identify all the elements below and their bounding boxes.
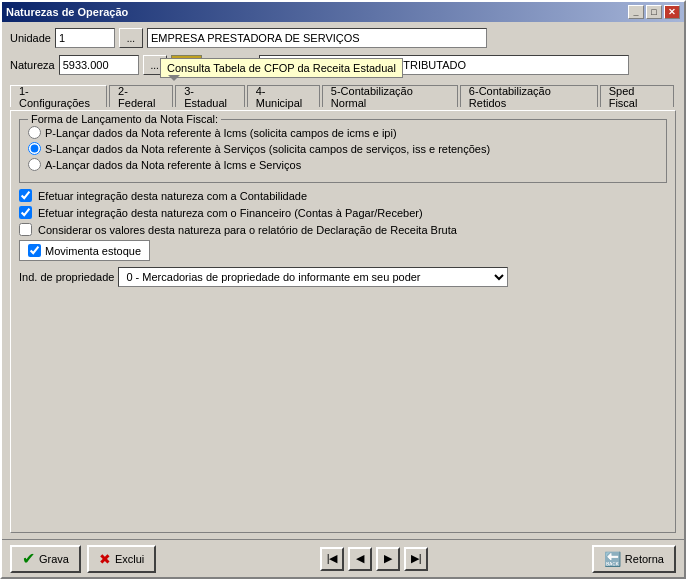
close-btn[interactable]: ✕ [664, 5, 680, 19]
tab-federal[interactable]: 2-Federal [109, 85, 173, 107]
tab-municipal[interactable]: 4-Municipal [247, 85, 320, 107]
checkbox-movimenta-estoque[interactable] [28, 244, 41, 257]
radio-icms-servicos-label: A-Lançar dados da Nota referente à Icms … [45, 159, 301, 171]
nav-last-icon: ▶| [411, 552, 422, 565]
nav-prev-button[interactable]: ◀ [348, 547, 372, 571]
movimenta-estoque-section: Movimenta estoque [19, 240, 667, 261]
tab-content-configuracoes: Forma de Lançamento da Nota Fiscal: P-La… [10, 110, 676, 533]
exclui-button[interactable]: ✖ Exclui [87, 545, 156, 573]
nav-next-icon: ▶ [384, 552, 392, 565]
unidade-browse-btn[interactable]: ... [119, 28, 143, 48]
title-bar: Naturezas de Operação _ □ ✕ [2, 2, 684, 22]
checkbox-financeiro[interactable] [19, 206, 32, 219]
content-area: Consulta Tabela de CFOP da Receita Estad… [2, 22, 684, 539]
bottom-bar: ✔ Grava ✖ Exclui |◀ ◀ ▶ ▶| 🔙 [2, 539, 684, 577]
radio-icms-servicos[interactable] [28, 158, 41, 171]
nav-first-icon: |◀ [327, 552, 338, 565]
radio-servicos[interactable] [28, 142, 41, 155]
tab-contab-normal[interactable]: 5-Contabilização Normal [322, 85, 458, 107]
unidade-row: Unidade ... [10, 28, 676, 48]
unidade-input[interactable] [55, 28, 115, 48]
checkbox-declaracao[interactable] [19, 223, 32, 236]
minimize-btn[interactable]: _ [628, 5, 644, 19]
nav-first-button[interactable]: |◀ [320, 547, 344, 571]
radio-icms[interactable] [28, 126, 41, 139]
bottom-left-buttons: ✔ Grava ✖ Exclui [10, 545, 156, 573]
group-lancamento: Forma de Lançamento da Nota Fiscal: P-La… [19, 119, 667, 183]
retorna-icon: 🔙 [604, 551, 621, 567]
natureza-input[interactable] [59, 55, 139, 75]
grava-button[interactable]: ✔ Grava [10, 545, 81, 573]
nav-next-button[interactable]: ▶ [376, 547, 400, 571]
checkbox-contabilidade[interactable] [19, 189, 32, 202]
window-title: Naturezas de Operação [6, 6, 128, 18]
movimenta-estoque-box: Movimenta estoque [19, 240, 150, 261]
tab-sped-fiscal[interactable]: Sped Fiscal [600, 85, 674, 107]
maximize-btn[interactable]: □ [646, 5, 662, 19]
navigation-buttons: |◀ ◀ ▶ ▶| [320, 547, 428, 571]
nav-last-button[interactable]: ▶| [404, 547, 428, 571]
natureza-label: Natureza [10, 59, 55, 71]
radio-icms-label: P-Lançar dados da Nota referente à Icms … [45, 127, 397, 139]
tooltip: Consulta Tabela de CFOP da Receita Estad… [160, 58, 403, 78]
radio-servicos-label: S-Lançar dados da Nota referente à Servi… [45, 143, 490, 155]
checkbox-movimenta-estoque-label: Movimenta estoque [45, 245, 141, 257]
checkbox-contabilidade-label: Efetuar integração desta natureza com a … [38, 190, 307, 202]
tab-contab-retidos[interactable]: 6-Contabilização Retidos [460, 85, 598, 107]
ind-propriedade-select[interactable]: 0 - Mercadorias de propriedade do inform… [118, 267, 508, 287]
radio-row-0: P-Lançar dados da Nota referente à Icms … [28, 126, 658, 139]
ind-propriedade-label: Ind. de propriedade [19, 271, 114, 283]
radio-row-2: A-Lançar dados da Nota referente à Icms … [28, 158, 658, 171]
tab-estadual[interactable]: 3-Estadual [175, 85, 245, 107]
nav-prev-icon: ◀ [356, 552, 364, 565]
tooltip-arrow [168, 75, 180, 81]
tab-configuracoes[interactable]: 1-Configurações [10, 85, 107, 107]
retorna-button[interactable]: 🔙 Retorna [592, 545, 676, 573]
checkbox-declaracao-label: Considerar os valores desta natureza par… [38, 224, 457, 236]
grava-icon: ✔ [22, 549, 35, 568]
radio-row-1: S-Lançar dados da Nota referente à Servi… [28, 142, 658, 155]
group-lancamento-title: Forma de Lançamento da Nota Fiscal: [28, 113, 221, 125]
empresa-input[interactable] [147, 28, 487, 48]
unidade-label: Unidade [10, 32, 51, 44]
checkbox-row-0: Efetuar integração desta natureza com a … [19, 189, 667, 202]
checkbox-financeiro-label: Efetuar integração desta natureza com o … [38, 207, 423, 219]
checkbox-row-1: Efetuar integração desta natureza com o … [19, 206, 667, 219]
exclui-icon: ✖ [99, 551, 111, 567]
tabs-container: 1-Configurações 2-Federal 3-Estadual 4-M… [10, 84, 676, 106]
main-window: Naturezas de Operação _ □ ✕ Consulta Tab… [0, 0, 686, 579]
bottom-right-buttons: 🔙 Retorna [592, 545, 676, 573]
title-bar-buttons: _ □ ✕ [628, 5, 680, 19]
checkbox-row-2: Considerar os valores desta natureza par… [19, 223, 667, 236]
ind-propriedade-row: Ind. de propriedade 0 - Mercadorias de p… [19, 267, 667, 287]
